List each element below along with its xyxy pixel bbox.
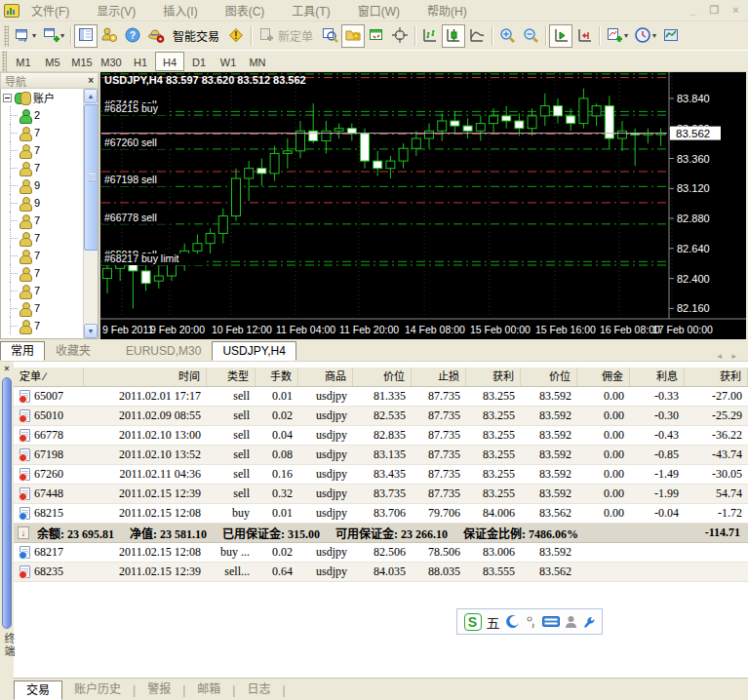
zoom-in-button[interactable] — [495, 24, 519, 48]
wubi-mode-icon[interactable]: 五 — [487, 612, 500, 632]
column-header-9[interactable]: 佣金 — [577, 368, 630, 386]
order-row-65010[interactable]: 650102011.02.09 08:55sell0.02usdjpy82.53… — [14, 407, 748, 426]
keyboard-icon[interactable] — [542, 615, 560, 628]
menu-item-3[interactable]: 图表(C) — [225, 2, 265, 19]
timeframe-d1[interactable]: D1 — [184, 52, 214, 71]
scroll-thumb[interactable] — [84, 104, 98, 251]
terminal-close-icon[interactable]: × — [1, 364, 13, 375]
order-row-67260[interactable]: 672602011.02.11 04:36sell0.16usdjpy83.43… — [14, 465, 748, 485]
scroll-up-icon[interactable]: ▲ — [84, 89, 98, 103]
timeframe-m15[interactable]: M15 — [67, 52, 97, 71]
timeframe-h1[interactable]: H1 — [126, 52, 155, 71]
menu-item-2[interactable]: 插入(I) — [163, 2, 197, 19]
column-header-5[interactable]: 价位 — [353, 368, 412, 386]
account-label: 7 — [34, 320, 40, 331]
timeframe-m1[interactable]: M1 — [9, 52, 38, 71]
market-watch-button[interactable] — [318, 24, 341, 48]
timeframe-bar: M1M5M15M30H1H4D1W1MN — [0, 51, 748, 72]
timeframe-h4[interactable]: H4 — [155, 52, 184, 71]
column-header-2[interactable]: 类型 — [207, 368, 256, 386]
column-header-7[interactable]: 获利 — [466, 368, 521, 386]
data-window-button[interactable]: ? — [121, 24, 144, 48]
scroll-down-icon[interactable]: ▼ — [84, 324, 98, 338]
chart-area[interactable]: #67448 sell#68215 buy#67260 sell#67198 s… — [100, 72, 746, 339]
wrench-icon[interactable] — [582, 615, 596, 629]
order-row-68215[interactable]: 682152011.02.15 12:08buy0.01usdjpy83.706… — [14, 504, 748, 524]
timeframe-w1[interactable]: W1 — [214, 52, 243, 71]
terminal-toggle-button[interactable] — [365, 24, 388, 48]
time-axis-label: 11 Feb 20:00 — [339, 324, 399, 335]
periods-button[interactable]: ▾ — [631, 24, 659, 48]
terminal-tab-1[interactable]: 账户历史 — [62, 681, 133, 700]
navigator-close-icon[interactable]: × — [88, 75, 94, 86]
candlestick-chart[interactable]: #67448 sell#68215 buy#67260 sell#67198 s… — [100, 72, 746, 339]
terminal-tab-4[interactable]: 日志 — [235, 681, 282, 700]
menu-item-1[interactable]: 显示(V) — [97, 2, 136, 19]
window-cycle-button[interactable]: ▾ — [11, 24, 39, 48]
order-row-67448[interactable]: 674482011.02.15 12:39sell0.32usdjpy83.73… — [14, 485, 748, 504]
strategy-tester-button[interactable] — [144, 24, 168, 48]
navigator-tab-0[interactable]: 常用 — [0, 341, 45, 361]
user-icon[interactable] — [565, 615, 577, 629]
column-header-1[interactable]: 时间 — [84, 368, 207, 386]
timeframe-m5[interactable]: M5 — [38, 52, 67, 71]
order-row-65007[interactable]: 650072011.02.01 17:17sell0.01usdjpy81.33… — [14, 387, 748, 407]
indicators-button[interactable]: ▾ — [603, 24, 631, 48]
terminal-tab-3[interactable]: 邮箱 — [185, 681, 232, 700]
menu-item-5[interactable]: 窗口(W) — [358, 2, 400, 19]
chart-tab-0[interactable]: EURUSD,M30 — [115, 341, 212, 361]
moon-icon[interactable] — [505, 614, 521, 630]
expert-advisors-button[interactable]: 智能交易 — [168, 24, 224, 48]
templates-button[interactable] — [659, 24, 683, 48]
navigator-tab-1[interactable]: 收藏夹 — [45, 341, 101, 361]
order-line-label: #68217 buy limit — [104, 253, 179, 264]
column-header-3[interactable]: 手数 — [256, 368, 298, 386]
order-commission: 0.00 — [577, 428, 630, 443]
close-button[interactable]: × — [728, 3, 744, 18]
collapse-icon[interactable] — [3, 94, 12, 102]
order-profit: 54.74 — [685, 486, 748, 501]
restore-button[interactable]: ❐ — [706, 3, 723, 18]
zoom-out-button[interactable] — [519, 24, 542, 48]
order-row-67198[interactable]: 671982011.02.10 13:52sell0.08usdjpy83.13… — [14, 446, 748, 465]
column-header-11[interactable]: 获利 — [685, 368, 748, 386]
tab-scroll-arrows[interactable]: ◂ ▸ — [717, 351, 748, 361]
candle-body — [193, 244, 202, 252]
navigator-scrollbar[interactable]: ▲▼ — [83, 89, 98, 338]
buy-order-icon — [20, 546, 30, 559]
new-chart-button[interactable]: ▾ — [39, 24, 67, 48]
account-label: 7 — [34, 162, 40, 174]
newchart-icon — [42, 26, 59, 46]
chart-shift-button[interactable] — [572, 24, 596, 48]
navigator-toggle-button[interactable] — [74, 24, 98, 48]
order-row-66778[interactable]: 667782011.02.10 13:00sell0.04usdjpy82.83… — [14, 426, 748, 446]
candlestick-button[interactable] — [442, 24, 465, 48]
order-row-68217[interactable]: 682172011.02.15 12:08buy ...0.02usdjpy82… — [14, 543, 748, 563]
terminal-tab-0[interactable]: 交易 — [14, 681, 62, 700]
auto-scroll-button[interactable] — [549, 24, 572, 48]
column-header-10[interactable]: 利息 — [630, 368, 685, 386]
balance-value: 23 695.81 — [67, 527, 114, 541]
profiles-button[interactable] — [341, 24, 365, 48]
punctuation-icon[interactable] — [526, 615, 537, 629]
warning-button[interactable]: ! — [224, 24, 248, 48]
order-row-68235[interactable]: 682352011.02.15 12:39sell...0.64usdjpy84… — [14, 563, 748, 582]
crosshair-button[interactable] — [388, 24, 412, 48]
sogou-logo-icon[interactable]: S — [464, 613, 482, 631]
chart-tab-1[interactable]: USDJPY,H4 — [212, 341, 295, 361]
timeframe-mn[interactable]: MN — [243, 52, 272, 71]
terminal-tab-2[interactable]: 警报 — [136, 681, 182, 700]
line-chart-button[interactable] — [465, 24, 489, 48]
terminal-drag-handle[interactable] — [2, 377, 12, 629]
column-header-4[interactable]: 商品 — [298, 368, 353, 386]
menu-item-0[interactable]: 文件(F) — [31, 2, 69, 19]
minimize-button[interactable]: _ — [685, 3, 701, 18]
column-header-0[interactable]: 定单 ∕ — [14, 368, 84, 386]
bar-chart-button[interactable] — [418, 24, 442, 48]
column-header-6[interactable]: 止损 — [412, 368, 466, 386]
menu-item-4[interactable]: 工具(T) — [292, 2, 330, 19]
menu-item-6[interactable]: 帮助(H) — [427, 2, 467, 19]
accounts-button[interactable] — [98, 24, 121, 48]
timeframe-m30[interactable]: M30 — [97, 52, 126, 71]
column-header-8[interactable]: 价位 — [521, 368, 577, 386]
